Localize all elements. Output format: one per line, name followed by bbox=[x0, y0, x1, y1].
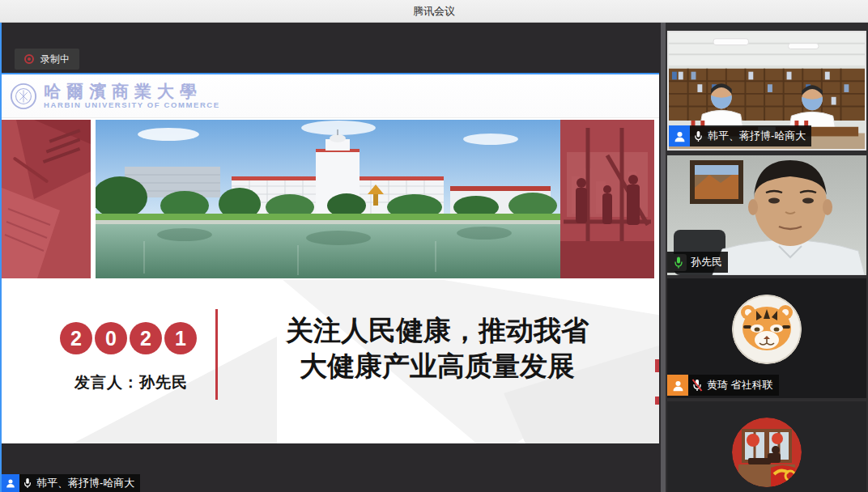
participant-video-2[interactable]: 孙先民 bbox=[667, 155, 866, 275]
slide-lower-section: 2 0 2 1 发言人：孙先民 关注人民健康，推动我省 大健康产业高质量发展 bbox=[2, 280, 659, 443]
red-panel-people-photo bbox=[560, 120, 654, 278]
presenter-name-tag: 韩平、蒋抒博-哈商大 bbox=[2, 474, 140, 492]
slide-photo-strip bbox=[2, 120, 659, 278]
campus-photo bbox=[96, 120, 560, 278]
year-badge-2021: 2 0 2 1 bbox=[60, 322, 197, 354]
participant-video-1[interactable]: 韩平、蒋抒博-哈商大 bbox=[667, 31, 866, 151]
person-badge-icon bbox=[2, 474, 19, 492]
mic-speaking-icon bbox=[670, 254, 687, 271]
year-digit: 1 bbox=[164, 322, 197, 354]
red-scene-avatar bbox=[732, 418, 802, 487]
person-badge-icon bbox=[669, 125, 690, 146]
participant-name: 黄琦 省社科联 bbox=[707, 378, 773, 392]
participant-1-name-tag: 韩平、蒋抒博-哈商大 bbox=[669, 125, 811, 146]
tiger-avatar bbox=[732, 295, 802, 364]
recording-label: 录制中 bbox=[40, 53, 70, 66]
participant-video-4[interactable] bbox=[667, 401, 866, 492]
mic-muted-icon bbox=[691, 379, 703, 392]
university-name-cn: 哈爾濱商業大學 bbox=[44, 83, 220, 100]
university-seal-icon bbox=[10, 83, 37, 110]
red-divider-line bbox=[215, 309, 218, 400]
participant-name: 韩平、蒋抒博-哈商大 bbox=[708, 129, 806, 143]
slide-edge-accent bbox=[655, 359, 659, 372]
red-panel-desk-photo bbox=[2, 120, 91, 278]
slide-edge-accent bbox=[655, 397, 659, 405]
participant-name: 孙先民 bbox=[691, 255, 722, 269]
university-name-en: HARBIN UNIVERSITY OF COMMERCE bbox=[44, 100, 220, 109]
recording-indicator[interactable]: 录制中 bbox=[15, 49, 79, 70]
presenter-name-label: 韩平、蒋抒博-哈商大 bbox=[36, 476, 134, 490]
year-digit: 2 bbox=[130, 322, 162, 354]
participant-2-name-tag: 孙先民 bbox=[667, 252, 728, 273]
window-title: 腾讯会议 bbox=[413, 4, 455, 19]
presentation-slide: 哈爾濱商業大學 HARBIN UNIVERSITY OF COMMERCE bbox=[2, 73, 659, 443]
person-badge-icon bbox=[667, 375, 688, 396]
slide-title-line2: 大健康产业高质量发展 bbox=[235, 348, 640, 384]
participant-3-name-tag: 黄琦 省社科联 bbox=[667, 375, 779, 396]
slide-university-header: 哈爾濱商業大學 HARBIN UNIVERSITY OF COMMERCE bbox=[2, 74, 659, 118]
shared-screen-area: 录制中 哈爾濱商業大學 HARBIN UNIVERSITY OF COMMERC… bbox=[0, 23, 661, 492]
year-digit: 0 bbox=[95, 322, 127, 354]
speaker-line: 发言人：孙先民 bbox=[50, 372, 212, 393]
year-digit: 2 bbox=[60, 322, 92, 354]
slide-title-line1: 关注人民健康，推动我省 bbox=[235, 312, 640, 348]
participant-video-3[interactable]: 黄琦 省社科联 bbox=[667, 278, 866, 398]
slide-title: 关注人民健康，推动我省 大健康产业高质量发展 bbox=[235, 312, 640, 384]
mic-on-icon bbox=[693, 130, 704, 142]
mic-on-icon bbox=[23, 477, 32, 489]
participants-sidebar: 韩平、蒋抒博-哈商大 bbox=[666, 23, 868, 492]
record-icon bbox=[24, 54, 34, 64]
window-titlebar: 腾讯会议 bbox=[0, 0, 868, 23]
